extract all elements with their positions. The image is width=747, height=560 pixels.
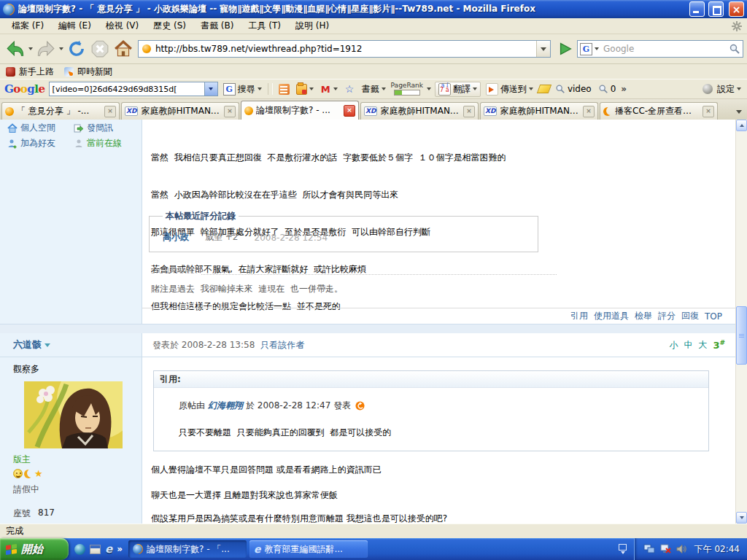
rss-icon (64, 67, 74, 77)
quick-launch-overflow-chevron[interactable] (117, 544, 123, 554)
quoted-author-link[interactable]: 幻海翱翔 (208, 400, 243, 412)
url-dropdown[interactable] (536, 41, 550, 57)
bookmark-star-button[interactable] (343, 82, 357, 96)
font-large-link[interactable]: 大 (698, 339, 707, 351)
quick-launch-ie-icon[interactable] (105, 542, 112, 556)
menu-bookmarks[interactable]: 書籤 (B) (193, 18, 241, 34)
bookmark-latest-headlines[interactable]: 即時新聞 (64, 66, 112, 78)
quote-link[interactable]: 引用 (570, 310, 588, 322)
find-count-button[interactable]: 0 (597, 82, 618, 96)
taskbar-collapse-chevron[interactable] (612, 544, 634, 554)
google-query-dropdown[interactable] (204, 82, 217, 96)
task-button-dictionary[interactable]: 教育部重編國語辭... (249, 540, 368, 558)
google-query-text[interactable]: [video=0]26d6429d69d8315d[ (50, 85, 204, 94)
link-online-status[interactable]: 當前在線 (74, 137, 136, 149)
bookmark-getting-started[interactable]: 新手上路 (6, 66, 54, 78)
tab-close-icon[interactable] (344, 105, 355, 117)
tab-5[interactable]: 家庭教師HITMAN R... (480, 102, 598, 120)
menu-file[interactable]: 檔案 (F) (4, 18, 51, 34)
settings-button[interactable]: 設定 (716, 82, 743, 97)
stop-button[interactable] (88, 37, 112, 61)
goto-quote-icon[interactable] (355, 401, 365, 411)
report-link[interactable]: 檢舉 (635, 310, 652, 322)
translate-button[interactable]: 翻譯 (435, 82, 481, 97)
go-button[interactable] (555, 39, 576, 59)
top-link[interactable]: TOP (705, 311, 722, 322)
magnifier-icon[interactable] (729, 43, 740, 55)
close-button[interactable]: × (729, 1, 744, 17)
news-button[interactable] (277, 82, 291, 96)
bookmarks-menu-button[interactable]: 書籤 (360, 82, 387, 97)
vertical-scrollbar[interactable] (735, 120, 747, 524)
xd-icon (484, 106, 497, 116)
url-bar[interactable]: http://bbs.tw789.net/viewthread.php?tid=… (138, 40, 551, 58)
google-search-input[interactable]: [video=0]26d6429d69d8315d[ (49, 82, 218, 96)
pagerank-indicator[interactable]: PageRank (391, 82, 423, 96)
search-box[interactable]: Google (577, 40, 743, 58)
scroll-up-button[interactable] (736, 120, 747, 131)
rating-user-link[interactable]: 高小政 (163, 231, 189, 244)
tab-4[interactable]: 家庭教師HITMAN R... (360, 102, 479, 120)
url-text[interactable]: http://bbs.tw789.net/viewthread.php?tid=… (155, 44, 536, 54)
only-author-link[interactable]: 只看該作者 (260, 339, 304, 351)
link-personal-space[interactable]: 個人空間 (7, 122, 70, 134)
search-engine-dropdown[interactable] (595, 47, 599, 50)
reload-button[interactable] (65, 37, 88, 61)
use-magic-link[interactable]: 使用道具 (594, 310, 629, 322)
tab-close-icon[interactable] (583, 106, 595, 117)
tab-3-active[interactable]: 論壇限制字數? - ... (241, 101, 359, 120)
scroll-down-button[interactable] (736, 512, 747, 524)
post2-author-link[interactable]: 六道骸 (13, 338, 42, 351)
volume-icon[interactable] (676, 544, 687, 554)
font-small-link[interactable]: 小 (669, 339, 678, 351)
minimize-button[interactable] (689, 1, 705, 17)
forward-dropdown[interactable] (58, 37, 65, 61)
rate-link[interactable]: 評分 (658, 310, 676, 322)
google-search-button[interactable]: 搜尋 (222, 82, 263, 97)
toolbar-overflow-chevron[interactable] (621, 84, 627, 94)
tab-2[interactable]: 家庭教師HITMAN R... (121, 102, 239, 120)
menu-history[interactable]: 歷史 (S) (146, 18, 193, 34)
taskbar-clock[interactable]: 下午 02:44 (694, 543, 740, 556)
highlighter-icon[interactable] (537, 85, 551, 93)
find-video-button[interactable]: video (554, 82, 593, 96)
scrollbar-thumb[interactable] (736, 306, 747, 365)
tab-close-icon[interactable] (104, 106, 116, 117)
back-dropdown[interactable] (27, 37, 34, 61)
menu-view[interactable]: 檢視 (V) (98, 18, 146, 34)
avatar[interactable] (24, 381, 123, 448)
tab-close-icon[interactable] (224, 106, 236, 117)
network-disconnected-icon[interactable] (659, 544, 671, 554)
link-add-friend[interactable]: 加為好友 (7, 137, 70, 149)
quick-launch-sphere-icon[interactable] (74, 544, 85, 555)
link-send-message[interactable]: 發簡訊 (74, 122, 136, 134)
task-button-firefox[interactable]: 論壇限制字數? - 「... (128, 540, 247, 558)
tab-list-dropdown[interactable] (732, 104, 746, 120)
menu-help[interactable]: 說明 (H) (288, 18, 336, 34)
floor-number-link[interactable]: 3# (713, 339, 725, 351)
tab-close-icon[interactable] (703, 106, 714, 117)
tab-close-icon[interactable] (463, 106, 475, 117)
restore-button[interactable] (708, 1, 724, 17)
quick-launch-bar (69, 542, 128, 556)
gmail-button[interactable] (319, 82, 339, 96)
reply-link[interactable]: 回復 (681, 310, 699, 322)
forward-button[interactable] (34, 37, 58, 61)
signature-divider: SIGNATURE: (151, 268, 557, 275)
menu-tools[interactable]: 工具 (T) (241, 18, 288, 34)
pagerank-dropdown[interactable] (427, 88, 431, 90)
chevron-down-icon[interactable] (44, 343, 50, 347)
start-button[interactable]: 開始 (0, 538, 69, 560)
tab-6[interactable]: 播客CC-全屏查看视... (600, 102, 718, 120)
home-button[interactable] (112, 37, 135, 61)
rating-log-legend: 本帖最近評分記錄 (163, 210, 239, 222)
menu-edit[interactable]: 編輯 (E) (51, 18, 98, 34)
folder-button[interactable] (295, 82, 315, 96)
tab-1[interactable]: 「 意見分享 」 -... (1, 102, 120, 120)
search-input[interactable]: Google (603, 44, 729, 54)
network-icon[interactable] (643, 544, 655, 554)
back-button[interactable] (4, 37, 27, 61)
quick-launch-mail-icon[interactable] (90, 545, 101, 554)
font-medium-link[interactable]: 中 (684, 339, 692, 351)
sendto-button[interactable]: 傳送到 (484, 82, 535, 97)
